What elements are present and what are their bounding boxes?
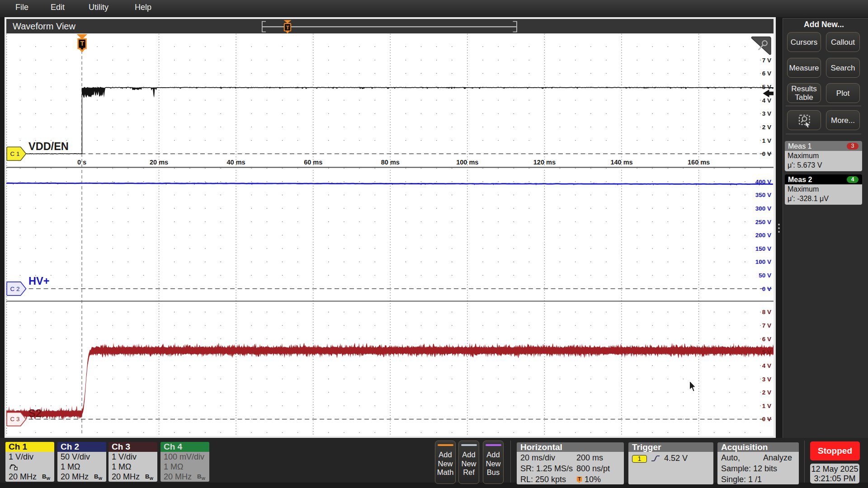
svg-text:7 V: 7 V [762,57,771,64]
svg-text:140 ms: 140 ms [610,159,632,166]
svg-text:0 V: 0 V [762,416,771,422]
svg-text:150 V: 150 V [755,245,771,252]
svg-text:100 V: 100 V [755,258,771,265]
svg-text:80 ms: 80 ms [381,159,400,166]
svg-text:200 V: 200 V [755,232,771,239]
svg-text:HV+: HV+ [28,275,49,287]
svg-text:2 V: 2 V [762,389,771,396]
svg-text:C 1: C 1 [10,150,19,157]
svg-text:0 s: 0 s [77,159,86,166]
svg-text:1 V: 1 V [762,403,771,409]
svg-text:1 V: 1 V [762,137,771,144]
svg-text:T: T [80,40,84,47]
svg-text:8 V: 8 V [762,309,771,315]
svg-text:7 V: 7 V [762,322,771,329]
svg-text:0 V: 0 V [762,150,771,157]
svg-text:T: T [578,477,580,482]
svg-text:5 V: 5 V [762,84,771,90]
svg-text:100 ms: 100 ms [456,159,478,166]
svg-text:C 2: C 2 [10,286,19,292]
svg-text:6 V: 6 V [762,336,771,343]
svg-text:4 V: 4 V [762,362,771,369]
svg-text:40 ms: 40 ms [227,159,245,166]
svg-text:4 V: 4 V [762,97,771,104]
svg-text:400 V: 400 V [755,178,771,185]
svg-text:250 V: 250 V [755,219,771,225]
svg-text:300 V: 300 V [755,205,771,212]
svg-text:S2: S2 [28,408,42,419]
svg-text:C 3: C 3 [10,416,19,422]
svg-text:3 V: 3 V [762,110,771,117]
svg-text:T: T [286,25,289,30]
svg-text:2 V: 2 V [762,124,771,131]
svg-text:0 V: 0 V [762,286,771,292]
svg-text:120 ms: 120 ms [533,159,556,166]
svg-text:50 V: 50 V [759,272,771,279]
svg-text:60 ms: 60 ms [304,159,322,166]
svg-text:6 V: 6 V [762,70,771,77]
svg-text:5 V: 5 V [762,349,771,356]
svg-text:350 V: 350 V [755,192,771,198]
svg-text:3 V: 3 V [762,376,771,383]
svg-text:20 ms: 20 ms [150,159,168,166]
svg-text:160 ms: 160 ms [688,159,710,166]
svg-text:VDD/EN: VDD/EN [28,141,69,152]
